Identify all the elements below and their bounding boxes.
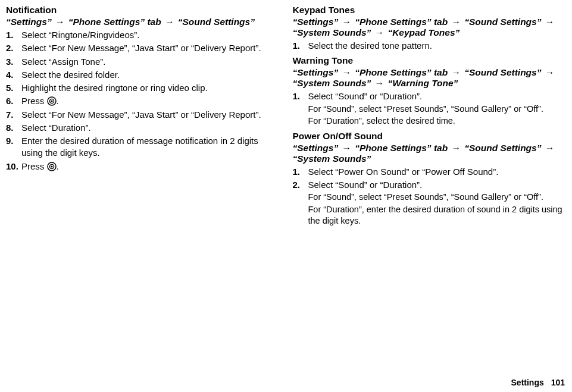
breadcrumb-segment: “System Sounds”: [293, 153, 371, 164]
step-body: Select the desired folder.: [21, 69, 280, 81]
step-number: 2.: [293, 179, 308, 191]
breadcrumb-segment: “System Sounds”: [293, 27, 371, 37]
section-steps: 1.Select “Sound” or “Duration”.For “Soun…: [293, 90, 567, 127]
step-number: 1.: [293, 166, 308, 178]
section-title: Keypad Tones: [293, 5, 567, 15]
step-text: Select “For New Message”, “Java Start” o…: [21, 109, 261, 120]
left-column: Notification “Settings” → “Phone Setting…: [6, 5, 280, 231]
step-item: 2.Select “For New Message”, “Java Start”…: [6, 42, 280, 54]
step-item: 1.Select the desired tone pattern.: [293, 40, 567, 52]
step-body: Select “Assign Tone”.: [21, 56, 280, 68]
breadcrumb-segment: “Settings”: [293, 17, 339, 27]
section-steps: 1.Select “Power On Sound” or “Power Off …: [293, 166, 567, 227]
breadcrumb-segment: “Sound Settings”: [178, 17, 255, 27]
step-body: Highlight the desired ringtone or ring v…: [21, 82, 280, 94]
step-item: 5.Highlight the desired ringtone or ring…: [6, 82, 280, 94]
breadcrumb-segment: “Warning Tone”: [387, 78, 458, 88]
step-text: Select “Sound” or “Duration”.: [308, 91, 423, 101]
breadcrumb-segment: “Settings”: [293, 143, 339, 153]
step-item: 7.Select “For New Message”, “Java Start”…: [6, 109, 280, 121]
arrow-icon: →: [338, 17, 355, 27]
step-number: 1.: [293, 40, 308, 52]
step-item: 2.Select “Sound” or “Duration”.For “Soun…: [293, 179, 567, 227]
step-text: Select the desired tone pattern.: [308, 40, 432, 51]
breadcrumb-segment: “Phone Settings” tab: [355, 67, 448, 77]
arrow-icon: →: [371, 78, 387, 88]
step-body: Select “Ringtone/Ringvideos”.: [21, 29, 280, 41]
section-title: Power On/Off Sound: [293, 131, 567, 142]
breadcrumb-segment: “Settings”: [6, 17, 52, 27]
step-subtext: For “Sound”, select “Preset Sounds”, “So…: [308, 104, 567, 115]
step-text: Select “Assign Tone”.: [21, 57, 105, 67]
svg-point-5: [51, 165, 52, 167]
arrow-icon: →: [541, 17, 555, 27]
arrow-icon: →: [541, 67, 555, 77]
breadcrumb-segment: “Sound Settings”: [464, 143, 541, 153]
step-body: Press .: [21, 95, 280, 107]
breadcrumb-segment: “Sound Settings”: [464, 67, 541, 77]
page-footer: Settings 101: [511, 378, 565, 387]
step-number: 1.: [6, 29, 21, 41]
footer-section: Settings: [511, 378, 544, 387]
svg-point-2: [51, 101, 52, 102]
arrow-icon: →: [448, 17, 464, 27]
step-item: 1.Select “Ringtone/Ringvideos”.: [6, 29, 280, 41]
breadcrumb-segment: “Phone Settings” tab: [68, 17, 161, 27]
step-subtext: For “Duration”, enter the desired durati…: [308, 204, 567, 227]
section-breadcrumb: “Settings” → “Phone Settings” tab → “Sou…: [293, 143, 567, 164]
breadcrumb-segment: “Phone Settings” tab: [355, 143, 448, 153]
breadcrumb-segment: “Phone Settings” tab: [355, 17, 448, 27]
right-column: Keypad Tones“Settings” → “Phone Settings…: [293, 5, 567, 231]
step-text-pre: Press: [21, 96, 47, 106]
step-number: 1.: [293, 90, 308, 102]
step-text: Highlight the desired ringtone or ring v…: [21, 83, 208, 93]
step-item: 1.Select “Sound” or “Duration”.For “Soun…: [293, 90, 567, 127]
step-body: Enter the desired duration of message no…: [21, 135, 280, 159]
center-button-icon: [47, 96, 57, 106]
step-text: Enter the desired duration of message no…: [21, 136, 258, 158]
step-number: 10.: [6, 161, 21, 173]
step-text: Select “For New Message”, “Java Start” o…: [21, 43, 261, 53]
step-item: 8.Select “Duration”.: [6, 122, 280, 134]
step-item: 6.Press .: [6, 95, 280, 107]
step-body: Select “For New Message”, “Java Start” o…: [21, 109, 280, 121]
arrow-icon: →: [541, 143, 555, 153]
breadcrumb-segment: “Settings”: [293, 67, 339, 77]
footer-page-number: 101: [551, 378, 565, 387]
arrow-icon: →: [161, 17, 178, 27]
step-number: 3.: [6, 56, 21, 68]
section-steps: 1.Select the desired tone pattern.: [293, 40, 567, 52]
breadcrumb-segment: “Keypad Tones”: [387, 27, 460, 37]
step-text-post: .: [57, 161, 59, 171]
step-number: 7.: [6, 109, 21, 121]
step-text: Select “Sound” or “Duration”.: [308, 180, 423, 190]
step-number: 4.: [6, 69, 21, 81]
step-number: 5.: [6, 82, 21, 94]
step-item: 4.Select the desired folder.: [6, 69, 280, 81]
step-item: 10.Press .: [6, 161, 280, 173]
step-text: Select “Duration”.: [21, 123, 91, 133]
step-text-pre: Press: [21, 161, 47, 171]
arrow-icon: →: [338, 143, 355, 153]
breadcrumb-segment: “System Sounds”: [293, 78, 371, 88]
center-button-icon: [47, 162, 57, 171]
step-subtext: For “Sound”, select “Preset Sounds”, “So…: [308, 192, 567, 203]
step-text: Select “Ringtone/Ringvideos”.: [21, 30, 139, 40]
step-text-post: .: [57, 96, 59, 106]
arrow-icon: →: [448, 67, 464, 77]
arrow-icon: →: [448, 143, 464, 153]
notification-steps: 1.Select “Ringtone/Ringvideos”.2.Select …: [6, 29, 280, 173]
step-subtext: For “Duration”, select the desired time.: [308, 115, 567, 127]
arrow-icon: →: [338, 67, 355, 77]
step-item: 9.Enter the desired duration of message …: [6, 135, 280, 159]
step-text: Select the desired folder.: [21, 70, 120, 80]
step-number: 6.: [6, 95, 21, 107]
step-body: Select “Sound” or “Duration”.For “Sound”…: [308, 90, 567, 127]
step-number: 2.: [6, 42, 21, 54]
breadcrumb-segment: “Sound Settings”: [464, 17, 541, 27]
step-text: Select “Power On Sound” or “Power Off So…: [308, 167, 499, 177]
step-number: 9.: [6, 135, 21, 147]
step-body: Press .: [21, 161, 280, 173]
step-item: 3.Select “Assign Tone”.: [6, 56, 280, 68]
notification-title: Notification: [6, 5, 280, 15]
